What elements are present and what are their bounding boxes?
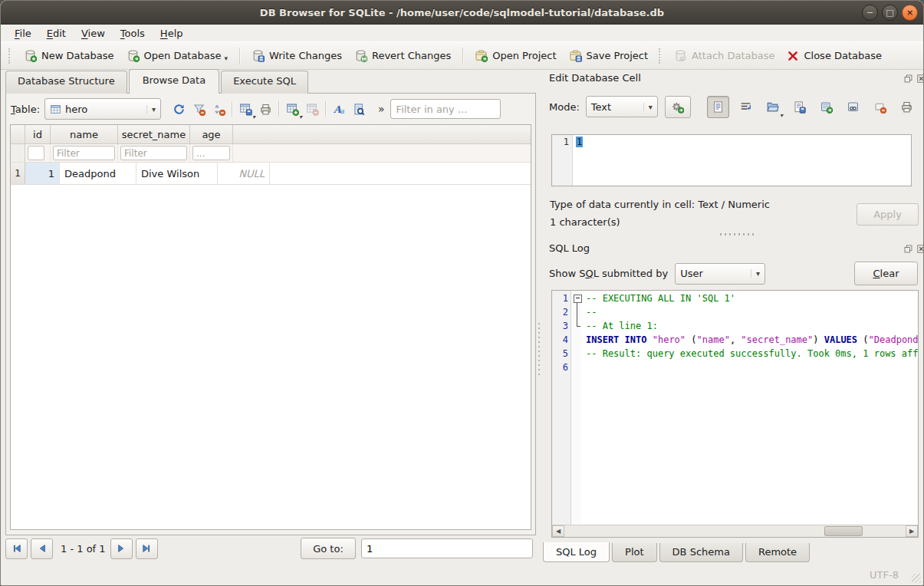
word-wrap-button[interactable] <box>735 97 756 117</box>
export-arrow-icon <box>820 100 833 114</box>
table-select[interactable]: hero ▾ <box>44 98 161 120</box>
tab-execute-sql[interactable]: Execute SQL <box>221 71 308 94</box>
project-open-icon <box>475 49 488 62</box>
goto-record-input[interactable] <box>361 538 533 558</box>
menu-view[interactable]: View <box>74 26 113 41</box>
scroll-left-icon[interactable]: ◀ <box>552 525 564 537</box>
cell-id[interactable]: 1 <box>25 163 60 184</box>
sql-log-line: 6 <box>552 360 918 374</box>
print-table-button[interactable] <box>255 99 275 119</box>
close-database-button[interactable]: Close Database <box>781 46 888 66</box>
set-null-button[interactable] <box>870 97 890 117</box>
menu-file[interactable]: File <box>7 26 39 41</box>
tab-browse-data[interactable]: Browse Data <box>129 69 220 94</box>
float-panel-icon[interactable] <box>903 244 913 254</box>
window-title: DB Browser for SQLite - /home/user/code/… <box>260 7 664 18</box>
tab-remote[interactable]: Remote <box>745 543 810 562</box>
save-table-button[interactable]: ▾ <box>235 99 255 119</box>
browse-data-panel: Table: hero ▾ ▾ <box>5 93 536 535</box>
clear-log-button[interactable]: Clear <box>854 262 918 285</box>
clear-sorting-button[interactable] <box>209 99 229 119</box>
sql-source-select[interactable]: User ▾ <box>675 263 765 285</box>
sql-log-editor[interactable]: 1-- EXECUTING ALL IN 'SQL 1'2--3-- At li… <box>551 290 919 538</box>
open-database-button[interactable]: Open Database ▾ <box>120 45 234 66</box>
menu-edit[interactable]: Edit <box>39 26 74 41</box>
apply-format-button[interactable] <box>665 96 691 118</box>
next-record-button[interactable] <box>110 538 133 559</box>
mode-select[interactable]: Text ▾ <box>586 96 658 117</box>
find-in-table-button[interactable] <box>349 99 369 119</box>
link-cell-button[interactable] <box>843 97 863 117</box>
filter-any-column-input[interactable] <box>390 99 501 119</box>
sql-log-panel-title: SQL Log <box>549 242 590 254</box>
printer-icon <box>900 100 913 114</box>
filter-input-id[interactable] <box>28 146 44 160</box>
column-header-age[interactable]: age <box>190 125 233 143</box>
column-header-name[interactable]: name <box>51 125 118 143</box>
tab-db-schema[interactable]: DB Schema <box>659 543 743 562</box>
first-record-button[interactable] <box>5 538 28 559</box>
grid-corner[interactable] <box>11 125 25 143</box>
tab-plot[interactable]: Plot <box>612 543 657 562</box>
grid-filter-row <box>11 144 531 163</box>
export-cell-data-button[interactable] <box>789 97 810 117</box>
copy-cell-button[interactable] <box>816 97 837 117</box>
edit-display-format-button[interactable]: Aa <box>329 99 349 119</box>
main-tabbar: Database Structure Browse Data Execute S… <box>5 71 310 94</box>
row-header[interactable]: 1 <box>11 163 25 184</box>
maximize-button[interactable]: □ <box>882 5 898 21</box>
pane-splitter[interactable] <box>538 323 541 378</box>
clear-filters-button[interactable] <box>189 99 209 119</box>
toolbar-overflow-icon[interactable]: » <box>378 103 385 115</box>
minimize-button[interactable]: − <box>862 5 878 21</box>
tab-sql-log[interactable]: SQL Log <box>543 542 610 562</box>
project-save-icon <box>569 49 582 62</box>
close-panel-icon[interactable] <box>916 244 924 254</box>
filter-input-secret-name[interactable] <box>120 146 187 160</box>
cell-type-info: Type of data currently in cell: Text / N… <box>550 199 770 210</box>
resize-grip-icon[interactable] <box>912 574 921 583</box>
insert-record-button[interactable]: ▾ <box>282 99 302 119</box>
sql-log-line: 5-- Result: query executed successfully.… <box>552 347 918 360</box>
open-database-dropdown-icon[interactable]: ▾ <box>224 54 228 62</box>
filter-input-age[interactable] <box>192 146 230 160</box>
previous-record-button[interactable] <box>31 538 53 559</box>
save-project-button[interactable]: Save Project <box>563 45 655 66</box>
last-record-button[interactable] <box>136 538 158 559</box>
revert-changes-button[interactable]: Revert Changes <box>348 45 457 66</box>
cell-editor-icons: ▾ <box>707 96 917 118</box>
menu-help[interactable]: Help <box>153 26 191 41</box>
table-delete-record-icon <box>306 103 319 116</box>
new-database-label: New Database <box>41 50 114 61</box>
dock-splitter-handle[interactable] <box>720 233 754 235</box>
refresh-button[interactable] <box>169 99 189 119</box>
scrollbar-thumb[interactable] <box>824 526 863 536</box>
close-button[interactable]: × <box>902 5 918 21</box>
cell-secret-name[interactable]: Dive Wilson <box>136 163 218 184</box>
close-panel-icon[interactable] <box>916 74 924 84</box>
sql-log-controls: Show SQL submitted by User ▾ Clear <box>549 262 918 285</box>
import-cell-data-button[interactable]: ▾ <box>762 97 783 117</box>
filter-input-name[interactable] <box>53 146 115 160</box>
scroll-right-icon[interactable]: ▶ <box>906 525 918 537</box>
horizontal-scrollbar[interactable]: ◀ ▶ <box>552 525 918 537</box>
database-new-icon <box>24 49 37 62</box>
column-header-id[interactable]: id <box>25 125 51 143</box>
cell-name[interactable]: Deadpond <box>60 163 136 184</box>
cell-editor[interactable]: 1 1 <box>551 134 912 186</box>
open-project-button[interactable]: Open Project <box>469 45 562 66</box>
cell-age[interactable]: NULL <box>218 163 270 184</box>
toolbar-separator <box>232 101 232 117</box>
tab-database-structure[interactable]: Database Structure <box>5 71 127 94</box>
first-record-icon <box>12 543 22 554</box>
menu-tools[interactable]: Tools <box>113 26 153 41</box>
float-panel-icon[interactable] <box>903 74 913 84</box>
column-header-secret-name[interactable]: secret_name <box>118 125 190 143</box>
text-mode-button[interactable] <box>707 96 729 118</box>
new-database-button[interactable]: New Database <box>18 45 120 66</box>
link-icon <box>847 100 860 114</box>
sql-log-line: 3-- At line 1: <box>552 319 918 333</box>
write-changes-button[interactable]: Write Changes <box>245 45 348 66</box>
print-cell-button[interactable] <box>896 97 917 117</box>
goto-button[interactable]: Go to: <box>301 538 356 559</box>
